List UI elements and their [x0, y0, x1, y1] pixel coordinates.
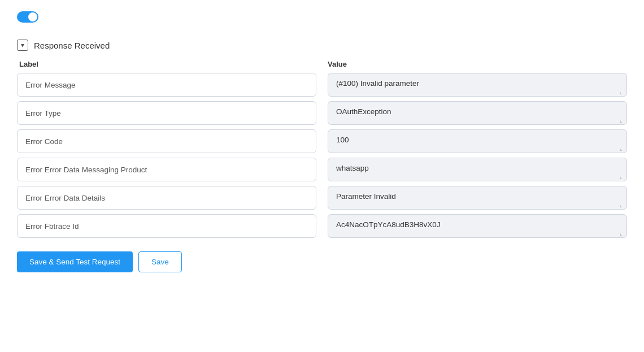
table-row: Error Fbtrace IdAc4NacOTpYcA8udB3H8vX0J⌞	[17, 214, 627, 238]
field-value-1: OAuthException⌞	[328, 101, 627, 125]
resize-handle-icon: ⌞	[620, 231, 625, 236]
value-column-header: Value	[328, 60, 625, 68]
label-column-header: Label	[19, 60, 316, 68]
field-label-0: Error Message	[17, 73, 316, 97]
table-row: Error Error Data Messaging Productwhatsa…	[17, 158, 627, 181]
toggle-switch[interactable]	[17, 11, 38, 23]
field-value-5: Ac4NacOTpYcA8udB3H8vX0J⌞	[328, 214, 627, 238]
resize-handle-icon: ⌞	[620, 146, 625, 151]
field-label-4: Error Error Data Details	[17, 186, 316, 210]
fields-container: Error Message(#100) Invalid parameter⌞Er…	[17, 73, 627, 238]
table-row: Error Error Data DetailsParameter Invali…	[17, 186, 627, 210]
resize-handle-icon: ⌞	[620, 89, 625, 95]
field-value-3: whatsapp⌞	[328, 158, 627, 181]
field-value-4: Parameter Invalid⌞	[328, 186, 627, 210]
save-button[interactable]: Save	[138, 251, 182, 272]
resize-handle-icon: ⌞	[620, 174, 625, 180]
field-label-1: Error Type	[17, 101, 316, 125]
resize-handle-icon: ⌞	[620, 118, 625, 123]
field-label-2: Error Code	[17, 129, 316, 153]
top-bar	[17, 11, 627, 28]
resize-handle-icon: ⌞	[620, 202, 625, 208]
buttons-row: Save & Send Test Request Save	[17, 251, 627, 272]
table-row: Error TypeOAuthException⌞	[17, 101, 627, 125]
field-value-2: 100⌞	[328, 129, 627, 153]
field-label-3: Error Error Data Messaging Product	[17, 158, 316, 181]
chevron-down-icon: ▾	[17, 40, 28, 51]
table-row: Error Message(#100) Invalid parameter⌞	[17, 73, 627, 97]
table-row: Error Code100⌞	[17, 129, 627, 153]
save-send-test-button[interactable]: Save & Send Test Request	[17, 251, 133, 272]
field-value-0: (#100) Invalid parameter⌞	[328, 73, 627, 97]
section-header[interactable]: ▾ Response Received	[17, 40, 627, 51]
section-title: Response Received	[34, 41, 110, 50]
columns-header: Label Value	[17, 60, 627, 68]
field-label-5: Error Fbtrace Id	[17, 214, 316, 238]
